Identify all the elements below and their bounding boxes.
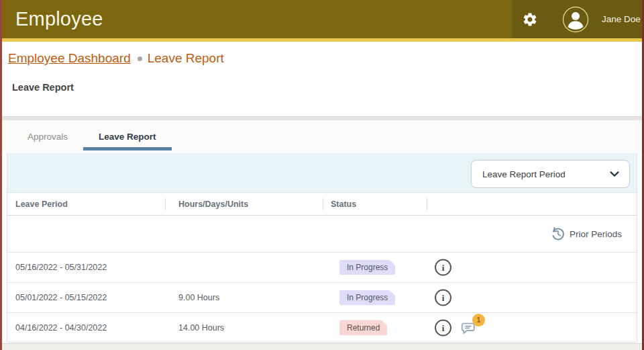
accent-stripe	[2, 38, 642, 42]
user-menu-button[interactable]	[562, 6, 589, 33]
info-icon[interactable]: i	[435, 259, 451, 276]
app-header: Employee Jane Doe	[2, 0, 642, 38]
hours-cell: 9.00 Hours	[178, 293, 219, 302]
user-panel: Jane Doe	[512, 0, 642, 38]
leave-period-cell: 05/01/2022 - 05/15/2022	[15, 293, 107, 302]
breadcrumb: Employee DashboardLeave Report	[8, 51, 224, 66]
comments-button[interactable]: 1	[460, 319, 477, 337]
leave-report-row: 05/01/2022 - 05/15/2022 9.00 Hours In Pr…	[7, 283, 637, 313]
prior-periods-button[interactable]: Prior Periods	[549, 225, 622, 243]
table-header-row: Leave Period Hours/Days/Units Status	[7, 193, 637, 216]
leave-period-cell: 04/16/2022 - 04/30/2022	[15, 323, 107, 333]
tab-approvals[interactable]: Approvals	[12, 120, 83, 153]
breadcrumb-link-employee-dashboard[interactable]: Employee Dashboard	[8, 51, 131, 65]
gear-icon	[522, 11, 538, 28]
leave-report-row: 04/16/2022 - 04/30/2022 14.00 Hours Retu…	[7, 313, 637, 343]
settings-button[interactable]	[522, 11, 538, 28]
chevron-down-icon	[608, 168, 621, 180]
leave-report-card: Leave Report Period Leave Period Hours/D…	[7, 153, 637, 343]
tab-bar: Approvals Leave Report	[2, 120, 642, 153]
column-header-status: Status	[331, 200, 356, 209]
leave-report-period-value: Leave Report Period	[482, 169, 566, 179]
user-avatar-icon	[562, 25, 589, 35]
leave-report-page: Employee Jane Doe Employee Dash	[0, 0, 644, 350]
page-background-strip	[2, 343, 642, 350]
info-icon[interactable]: i	[435, 290, 451, 306]
prior-periods-label: Prior Periods	[570, 229, 622, 239]
window-left-border	[0, 0, 2, 350]
filter-toolbar: Leave Report Period	[7, 153, 637, 193]
comment-count-badge: 1	[472, 314, 485, 326]
tab-leave-report[interactable]: Leave Report	[83, 120, 172, 153]
breadcrumb-current: Leave Report	[148, 51, 224, 65]
status-badge: Returned	[339, 320, 387, 335]
status-badge: In Progress	[339, 260, 395, 275]
breadcrumb-separator-dot	[138, 56, 142, 61]
history-icon	[549, 225, 566, 243]
page-title: Leave Report	[12, 82, 74, 93]
column-divider	[165, 198, 166, 210]
hours-cell: 14.00 Hours	[178, 323, 224, 333]
column-divider	[323, 198, 323, 210]
column-header-hours-days-units: Hours/Days/Units	[178, 200, 248, 209]
column-header-leave-period: Leave Period	[15, 200, 68, 209]
tabs-section: Approvals Leave Report	[2, 120, 642, 153]
info-icon[interactable]: i	[435, 319, 451, 336]
leave-report-period-dropdown[interactable]: Leave Report Period	[471, 160, 630, 188]
status-badge: In Progress	[339, 290, 395, 306]
app-title: Employee	[15, 0, 103, 38]
user-name[interactable]: Jane Doe	[602, 14, 641, 24]
prior-periods-row: Prior Periods	[7, 216, 637, 253]
column-divider	[427, 198, 427, 210]
leave-period-cell: 05/16/2022 - 05/31/2022	[15, 263, 107, 272]
leave-report-row: 05/16/2022 - 05/31/2022 In Progress i	[7, 253, 637, 283]
